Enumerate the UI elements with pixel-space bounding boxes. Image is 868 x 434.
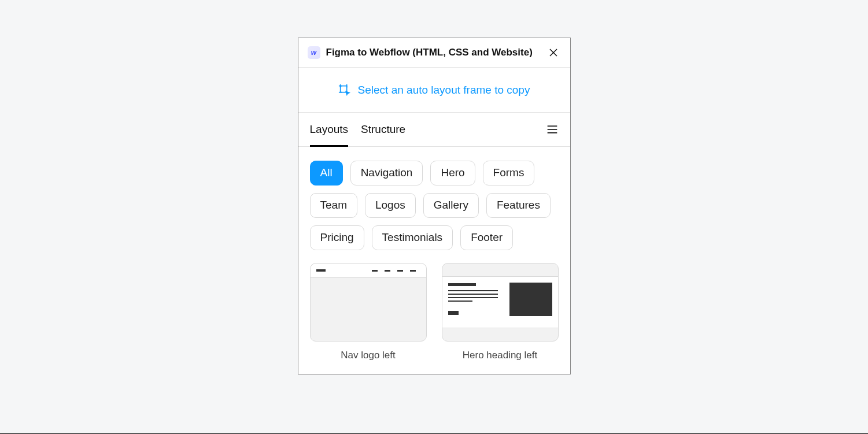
tabs: Layouts Structure — [310, 113, 546, 146]
plugin-panel: w Figma to Webflow (HTML, CSS and Websit… — [298, 38, 571, 374]
panel-header: w Figma to Webflow (HTML, CSS and Websit… — [298, 38, 570, 68]
layout-thumbnail — [310, 263, 427, 342]
panel-title: Figma to Webflow (HTML, CSS and Website) — [326, 47, 542, 58]
filter-chip-navigation[interactable]: Navigation — [350, 161, 423, 186]
tab-layouts[interactable]: Layouts — [310, 113, 349, 147]
layout-card-nav-logo-left[interactable]: Nav logo left — [310, 263, 427, 361]
filter-chip-features[interactable]: Features — [486, 193, 551, 218]
tab-structure[interactable]: Structure — [361, 113, 405, 147]
layout-card-label: Hero heading left — [442, 350, 559, 361]
filter-chips: All Navigation Hero Forms Team Logos Gal… — [298, 147, 570, 261]
webflow-logo-icon: w — [308, 46, 320, 59]
logo-letter: w — [311, 49, 316, 57]
filter-chip-all[interactable]: All — [310, 161, 343, 186]
filter-chip-team[interactable]: Team — [310, 193, 357, 218]
filter-chip-logos[interactable]: Logos — [365, 193, 416, 218]
hamburger-icon — [546, 124, 558, 135]
close-icon — [548, 47, 559, 58]
prompt-row: Select an auto layout frame to copy — [298, 68, 570, 113]
layout-card-hero-heading-left[interactable]: Hero heading left — [442, 263, 559, 361]
layout-cards: Nav logo left Hero heading left — [298, 261, 570, 374]
tabs-row: Layouts Structure — [298, 113, 570, 147]
filter-chip-testimonials[interactable]: Testimonials — [372, 225, 453, 250]
prompt-text: Select an auto layout frame to copy — [358, 84, 530, 97]
close-button[interactable] — [547, 46, 560, 59]
filter-chip-footer[interactable]: Footer — [460, 225, 513, 250]
filter-chip-gallery[interactable]: Gallery — [423, 193, 479, 218]
frame-select-icon — [338, 84, 351, 97]
layout-thumbnail — [442, 263, 559, 342]
layout-card-label: Nav logo left — [310, 350, 427, 361]
menu-button[interactable] — [546, 123, 559, 136]
filter-chip-pricing[interactable]: Pricing — [310, 225, 364, 250]
filter-chip-hero[interactable]: Hero — [430, 161, 475, 186]
filter-chip-forms[interactable]: Forms — [483, 161, 535, 186]
